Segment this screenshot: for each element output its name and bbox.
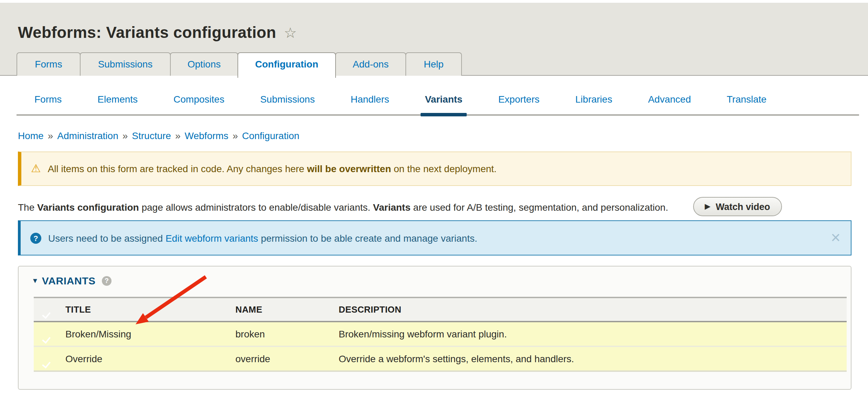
top-strip [0, 0, 868, 3]
cell-description: Override a webform's settings, elements,… [339, 353, 847, 364]
bookmark-star-icon[interactable]: ☆ [284, 25, 297, 40]
variants-help-icon[interactable]: ? [102, 276, 112, 285]
info-message: ? Users need to be assigned Edit webform… [18, 220, 851, 255]
subtab-advanced-link[interactable]: Advanced [648, 94, 691, 105]
subtab-variants-link[interactable]: Variants [425, 94, 463, 105]
tab-add-ons[interactable]: Add-ons [335, 52, 406, 76]
page-title: Webforms: Variants configuration [18, 23, 276, 42]
subtab-exporters-link[interactable]: Exporters [498, 94, 540, 105]
warning-icon: ⚠ [31, 163, 41, 174]
breadcrumb-separator: » [233, 130, 238, 141]
variants-table-header: TITLE NAME DESCRIPTION [34, 298, 847, 322]
variants-legend-toggle[interactable]: ▼ VARIANTS ? [32, 275, 112, 286]
breadcrumb-structure[interactable]: Structure [132, 130, 171, 141]
edit-webform-variants-link[interactable]: Edit webform variants [166, 232, 258, 243]
subtab-variants[interactable]: Variants [407, 94, 480, 105]
page: Webforms: Variants configuration ☆ Forms… [0, 0, 868, 398]
info-t2: permission to be able create and manage … [258, 232, 477, 243]
subtab-composites-link[interactable]: Composites [173, 94, 224, 105]
tab-submissions[interactable]: Submissions [80, 52, 171, 76]
header-description: DESCRIPTION [339, 304, 847, 315]
help-circle-icon: ? [30, 232, 41, 243]
cell-name: broken [235, 328, 339, 339]
breadcrumb-home[interactable]: Home [18, 130, 44, 141]
subtab-translate[interactable]: Translate [709, 94, 785, 105]
tab-options[interactable]: Options [170, 52, 238, 76]
variants-legend-label: VARIANTS [42, 275, 96, 286]
subtab-advanced[interactable]: Advanced [630, 94, 709, 105]
tab-forms[interactable]: Forms [17, 52, 81, 76]
header-name: NAME [235, 304, 339, 315]
cell-description: Broken/missing webform variant plugin. [339, 328, 847, 339]
play-icon: ▶ [705, 203, 710, 210]
breadcrumb-configuration[interactable]: Configuration [242, 130, 299, 141]
subtab-handlers-link[interactable]: Handlers [351, 94, 389, 105]
subtab-libraries-link[interactable]: Libraries [575, 94, 612, 105]
subtab-translate-link[interactable]: Translate [727, 94, 767, 105]
intro-t1: The [18, 202, 37, 213]
subtab-submissions[interactable]: Submissions [242, 94, 333, 105]
subtab-exporters[interactable]: Exporters [480, 94, 558, 105]
watch-video-button[interactable]: ▶ Watch video [693, 197, 782, 216]
intro-t2: page allows administrators to enable/dis… [139, 202, 373, 213]
breadcrumb-webforms[interactable]: Webforms [185, 130, 229, 141]
warning-text-before: All items on this form are tracked in co… [48, 163, 307, 174]
subtab-elements-link[interactable]: Elements [97, 94, 138, 105]
intro-t3: are used for A/B testing, segmentation, … [411, 202, 668, 213]
cell-title: Broken/Missing [59, 328, 235, 339]
cell-title: Override [59, 353, 235, 364]
watch-video-label: Watch video [716, 201, 770, 212]
breadcrumb-separator: » [48, 130, 53, 141]
table-row-override: Override override Override a webform's s… [34, 347, 847, 372]
breadcrumb: Home»Administration»Structure»Webforms»C… [18, 130, 299, 141]
tab-help[interactable]: Help [405, 52, 462, 76]
warning-text-after: on the next deployment. [391, 163, 497, 174]
subtab-elements[interactable]: Elements [80, 94, 156, 105]
variants-fieldset: ▼ VARIANTS ? TITLE NAME DESCRIPTION Brok… [18, 266, 851, 390]
cell-name: override [235, 353, 339, 364]
breadcrumb-separator: » [175, 130, 181, 141]
collapse-triangle-icon: ▼ [32, 277, 39, 284]
subtab-composites[interactable]: Composites [156, 94, 242, 105]
subtab-forms-link[interactable]: Forms [34, 94, 62, 105]
intro-text: The Variants configuration page allows a… [18, 202, 689, 213]
subtab-handlers[interactable]: Handlers [333, 94, 407, 105]
secondary-tabs: Forms Elements Composites Submissions Ha… [17, 94, 859, 116]
breadcrumb-separator: » [123, 130, 128, 141]
close-icon[interactable]: × [831, 229, 840, 245]
header-title: TITLE [59, 304, 235, 315]
tab-configuration[interactable]: Configuration [237, 52, 336, 78]
subtab-libraries[interactable]: Libraries [558, 94, 630, 105]
intro-bold-variants-configuration: Variants configuration [37, 202, 139, 213]
table-row-broken: Broken/Missing broken Broken/missing web… [34, 322, 847, 347]
variants-table: TITLE NAME DESCRIPTION Broken/Missing br… [34, 297, 847, 372]
subtab-forms[interactable]: Forms [17, 94, 80, 105]
info-t1: Users need to be assigned [48, 232, 166, 243]
warning-text-bold: will be overwritten [307, 163, 391, 174]
breadcrumb-administration[interactable]: Administration [57, 130, 118, 141]
page-title-row: Webforms: Variants configuration ☆ [18, 23, 297, 42]
subtab-submissions-link[interactable]: Submissions [260, 94, 315, 105]
intro-bold-variants: Variants [373, 202, 411, 213]
primary-tabs: Forms Submissions Options Configuration … [17, 52, 462, 78]
warning-message: ⚠ All items on this form are tracked in … [18, 151, 851, 186]
info-text: Users need to be assigned Edit webform v… [48, 232, 477, 243]
warning-text: All items on this form are tracked in co… [48, 163, 497, 174]
